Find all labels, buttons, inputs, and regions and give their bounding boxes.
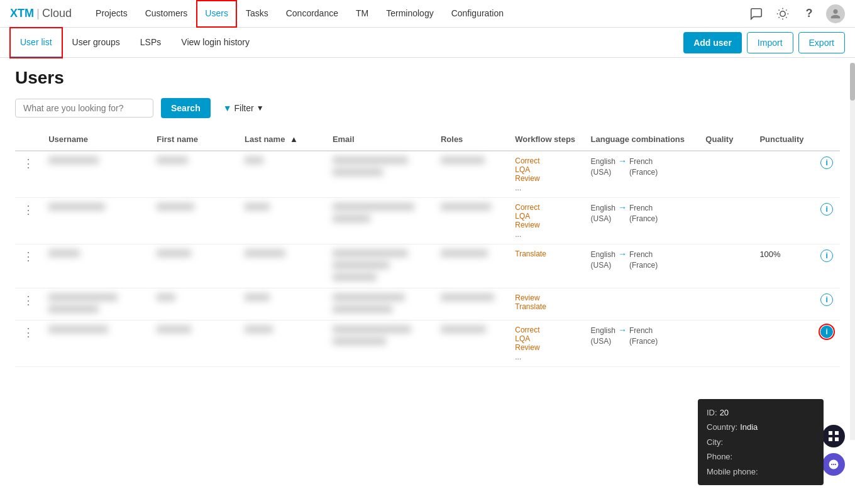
filter-caret-icon: ▼ (256, 104, 264, 112)
row-punctuality-1 (754, 151, 815, 198)
row-menu-2[interactable]: ⋮ (15, 198, 43, 244)
row-firstname-4 (152, 288, 240, 320)
lang-to-5: French(France) (629, 326, 658, 347)
nav-icons: ? (747, 4, 845, 23)
nav-item-terminology[interactable]: Terminology (377, 0, 442, 28)
user-avatar[interactable] (826, 4, 845, 23)
info-icon-3[interactable]: i (820, 249, 833, 262)
row-email-1 (328, 151, 436, 198)
workflow-dots-5: ... (515, 353, 521, 361)
nav-item-customers[interactable]: Customers (136, 0, 197, 28)
row-email-3 (328, 244, 436, 288)
scrollbar[interactable] (850, 63, 855, 377)
row-punctuality-5 (754, 320, 815, 367)
row-info-4[interactable]: i (815, 288, 840, 320)
nav-item-users[interactable]: Users (196, 0, 237, 28)
row-punctuality-4 (754, 288, 815, 320)
col-header-lastname[interactable]: Last name ▲ (240, 128, 328, 151)
workflow-step-2-2: LQA (515, 212, 580, 221)
search-bar: Search ▼ Filter ▼ (15, 98, 840, 118)
row-lastname-4 (240, 288, 328, 320)
table-row: ⋮ Correct LQA Review ... English(USA) → … (15, 151, 840, 198)
import-button[interactable]: Import (747, 32, 793, 53)
col-header-firstname[interactable]: First name (152, 128, 240, 151)
table-row: ⋮ Correct LQA Review ... English(USA) → … (15, 198, 840, 244)
lang-arrow-1: → (618, 156, 627, 165)
row-roles-4 (436, 288, 510, 320)
table-row: ⋮ Translate English(USA) → French(France… (15, 244, 840, 288)
three-dots-icon[interactable]: ⋮ (20, 326, 36, 339)
workflow-dots-2: ... (515, 230, 521, 239)
svg-line-7 (779, 17, 780, 18)
logo-pipe: | (36, 7, 40, 20)
subnav-user-list[interactable]: User list (10, 28, 62, 58)
three-dots-icon[interactable]: ⋮ (20, 249, 36, 263)
row-quality-1 (700, 151, 754, 198)
row-langcomb-4 (586, 288, 701, 320)
search-button[interactable]: Search (161, 98, 211, 118)
row-info-2[interactable]: i (815, 198, 840, 244)
workflow-step-1-1: Correct (515, 156, 580, 165)
row-username-4 (43, 288, 152, 320)
row-quality-5 (700, 320, 754, 367)
row-workflow-4: Review Translate (510, 288, 585, 320)
row-info-1[interactable]: i (815, 151, 840, 198)
help-icon-btn[interactable]: ? (800, 4, 819, 23)
row-info-5[interactable]: i (815, 320, 840, 367)
row-quality-4 (700, 288, 754, 320)
col-header-username[interactable]: Username (43, 128, 152, 151)
nav-item-projects[interactable]: Projects (87, 0, 136, 28)
lang-from-1: English(USA) (591, 156, 615, 178)
row-username-2 (43, 198, 152, 244)
search-input[interactable] (23, 103, 145, 113)
nav-item-tasks[interactable]: Tasks (237, 0, 277, 28)
table-row: ⋮ Review Translate i (15, 288, 840, 320)
row-menu-1[interactable]: ⋮ (15, 151, 43, 198)
export-button[interactable]: Export (798, 32, 845, 53)
info-icon-5[interactable]: i (820, 326, 833, 338)
row-langcomb-1: English(USA) → French(France) (586, 151, 701, 198)
col-header-langcomb[interactable]: Language combinations (586, 128, 701, 151)
row-workflow-3: Translate (510, 244, 585, 288)
subnav-view-login-history[interactable]: View login history (171, 28, 260, 58)
three-dots-icon[interactable]: ⋮ (20, 293, 36, 307)
info-icon-2[interactable]: i (820, 203, 833, 216)
row-langcomb-5: English(USA) → French(France) (586, 320, 701, 367)
row-menu-4[interactable]: ⋮ (15, 288, 43, 320)
col-header-workflow[interactable]: Workflow steps (510, 128, 585, 151)
scrollbar-thumb[interactable] (850, 63, 855, 101)
chat-icon-btn[interactable] (747, 4, 766, 23)
col-header-quality[interactable]: Quality (700, 128, 754, 151)
three-dots-icon[interactable]: ⋮ (20, 156, 36, 170)
logo-xtm: XTM (10, 7, 34, 20)
row-menu-5[interactable]: ⋮ (15, 320, 43, 367)
col-header-punctuality[interactable]: Punctuality (754, 128, 815, 151)
row-roles-3 (436, 244, 510, 288)
svg-line-3 (779, 9, 780, 10)
sub-navigation: User list User groups LSPs View login hi… (0, 28, 855, 58)
app-logo[interactable]: XTM | Cloud (10, 7, 72, 20)
info-icon-1[interactable]: i (820, 156, 833, 169)
sort-arrow-lastname: ▲ (290, 134, 298, 144)
top-navigation: XTM | Cloud Projects Customers Users Tas… (0, 0, 855, 28)
info-icon-4[interactable]: i (820, 293, 833, 306)
nav-item-configuration[interactable]: Configuration (443, 0, 512, 28)
nav-item-concordance[interactable]: Concordance (277, 0, 347, 28)
lang-arrow-5: → (618, 326, 627, 334)
row-info-3[interactable]: i (815, 244, 840, 288)
three-dots-icon[interactable]: ⋮ (20, 203, 36, 217)
filter-button[interactable]: ▼ Filter ▼ (218, 99, 269, 117)
add-user-button[interactable]: Add user (683, 32, 742, 53)
subnav-user-groups[interactable]: User groups (62, 28, 130, 58)
row-roles-5 (436, 320, 510, 367)
workflow-step-2-3: Review (515, 221, 580, 229)
row-quality-2 (700, 198, 754, 244)
col-header-email[interactable]: Email (328, 128, 436, 151)
lightbulb-icon-btn[interactable] (773, 4, 792, 23)
col-header-roles[interactable]: Roles (436, 128, 510, 151)
row-menu-3[interactable]: ⋮ (15, 244, 43, 288)
row-email-5 (328, 320, 436, 367)
row-workflow-2: Correct LQA Review ... (510, 198, 585, 244)
nav-item-tm[interactable]: TM (347, 0, 377, 28)
subnav-lsps[interactable]: LSPs (130, 28, 171, 58)
